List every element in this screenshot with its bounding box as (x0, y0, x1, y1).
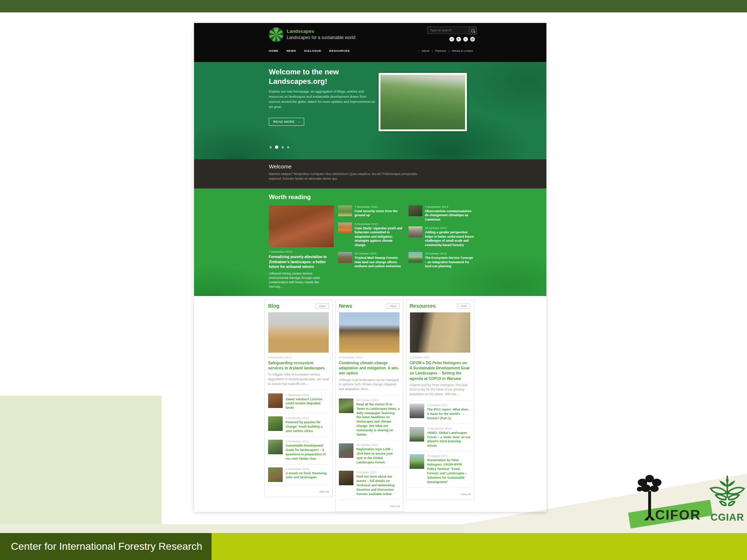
article-date: 8 November 2013 (268, 356, 329, 359)
card-list-item: 9 October 2013Find out more about our ev… (339, 467, 400, 499)
article-date: 4 November 2013 (286, 467, 329, 471)
article-title-link[interactable]: A month on food: Restoring soils and lan… (286, 471, 329, 480)
article-teaser: Although rural landscapes can be managed… (339, 378, 400, 392)
cgiar-wordmark: CGIAR (706, 512, 747, 523)
carousel-dot[interactable] (287, 146, 289, 148)
article-thumbnail (338, 205, 352, 216)
article-title-link[interactable]: VIDEO: Global Landscapes Forum – a 'wide… (427, 431, 471, 448)
article-date: 7 November 2013 (425, 205, 475, 209)
more-button[interactable]: more (457, 303, 471, 309)
article-title-link[interactable]: Tropical Mud Swamp Forests: How land use… (355, 256, 404, 268)
hero-body-text: Explore our new homepage, an aggregation… (269, 89, 378, 110)
more-button[interactable]: more (316, 303, 329, 309)
article-thumbnail (410, 454, 424, 469)
content-card: Resources more 4 October 2013 CIFOR's DG… (406, 300, 474, 500)
article-title-link[interactable]: Read all the stories fit to Tweet in Lan… (356, 402, 400, 437)
brand-name: Landscapes (287, 29, 355, 34)
main-nav-item[interactable]: RESOURCES (329, 49, 350, 52)
secondary-nav-item[interactable]: About (416, 49, 429, 52)
welcome-section: Welcome Maiores natique? Temporibus numq… (194, 159, 546, 188)
hero-banner: Welcome to the new Landscapes.org! Explo… (194, 62, 546, 159)
card-title: Blog (268, 303, 279, 309)
carousel-dot[interactable] (275, 145, 278, 149)
article-title-link[interactable]: Combining climate-change adaptation and … (339, 360, 400, 376)
social-icon[interactable]: r (463, 37, 468, 42)
brand-tagline: Landscapes for a sustainable world (287, 35, 355, 40)
view-all-link[interactable]: View all (319, 490, 329, 493)
main-nav-item[interactable]: NEWS (286, 49, 296, 52)
carousel-dot[interactable] (282, 146, 284, 148)
article-date: 30 October 2013 (356, 398, 400, 402)
article-date: 2 October 2013 (427, 404, 471, 407)
site-brand[interactable]: Landscapes Landscapes for a sustainable … (269, 27, 355, 42)
social-icon[interactable]: @ (470, 37, 475, 42)
presentation-slide: Landscapes Landscapes for a sustainable … (0, 0, 747, 560)
view-all-link[interactable]: View all (390, 505, 400, 508)
article-teaser: Original post by Peter Holmgren: The yea… (410, 383, 471, 397)
article-date: 24 October 2013 (356, 443, 400, 447)
view-all-link[interactable]: View all (461, 493, 471, 496)
search-input[interactable] (427, 27, 469, 34)
article-thumbnail (268, 416, 283, 431)
article-title-link[interactable]: Powered by passion for change: Youth bui… (286, 420, 329, 433)
card-list-item: 30 October 2013Read all the stories fit … (339, 395, 400, 440)
article-date: 7 November 2013 (355, 205, 404, 209)
landscapes-website-screenshot: Landscapes Landscapes for a sustainable … (194, 23, 546, 512)
card-article-list: 7 November 2013Sweet solution? Licorice … (268, 390, 329, 485)
article-thumbnail (339, 398, 353, 413)
article-title-link[interactable]: Formalizing poverty alleviation in Zimba… (269, 254, 334, 269)
article-title-link[interactable]: The Ecosystem Service Concept – an integ… (425, 256, 475, 268)
secondary-nav-item[interactable]: Partners (429, 49, 446, 52)
article-title-link[interactable]: CIFOR's DG Peter Holmgren on: A Sustaina… (410, 360, 471, 381)
card-title: Resources (410, 303, 436, 309)
worth-reading-section: Worth reading 7 November 2013 Formalizin… (194, 188, 546, 296)
article-title-link[interactable]: Registration tops 1,000 – click here to … (356, 447, 400, 465)
article-title-link[interactable]: Observatoires communautaires de changeme… (425, 209, 475, 222)
worth-reading-item: 24 October 2013 Tropical Mud Swamp Fores… (338, 252, 404, 268)
card-list-item: 4 September 2013VIDEO: Global Landscapes… (410, 424, 471, 451)
main-nav-item[interactable]: DIALOGUE (304, 49, 321, 52)
content-columns: Blog more 8 November 2013 Safeguarding e… (264, 300, 546, 512)
article-title-link[interactable]: Sweet solution? Licorice could reclaim d… (286, 397, 329, 411)
cgiar-logo: CGIAR (706, 475, 747, 526)
social-icon[interactable]: t (449, 37, 454, 42)
article-date: 4 September 2013 (427, 427, 471, 430)
article-title-link[interactable]: Presentation by Peter Holmgren, CIFOR-IF… (427, 458, 471, 484)
article-thumbnail (410, 404, 424, 418)
article-thumbnail (338, 252, 352, 263)
article-teaser: Artisanal mining causes serious environm… (269, 271, 332, 289)
footer-text: Center for International Forestry Resear… (11, 541, 202, 552)
featured-article-image (410, 312, 471, 353)
article-title-link[interactable]: Adding a gender perspective helps to bet… (425, 230, 475, 247)
welcome-title: Welcome (269, 163, 546, 170)
article-thumbnail (268, 440, 283, 454)
article-title-link[interactable]: Safeguarding ecosystem services in dryla… (268, 360, 329, 370)
article-title-link[interactable]: Food security starts from the ground up (355, 209, 404, 218)
card-article-list: 2 October 2013The IPCC report: What does… (410, 400, 471, 487)
article-thumbnail (268, 393, 283, 408)
card-list-item: 2 October 2013The IPCC report: What does… (410, 400, 471, 424)
main-nav-item[interactable]: HOME (269, 49, 278, 52)
featured-article-image (269, 205, 334, 247)
cifor-logo: CIFOR (628, 471, 714, 526)
article-title-link[interactable]: Find out more about our events – full de… (356, 475, 400, 496)
article-title-link[interactable]: Sustainable Development Goals for landsc… (286, 444, 329, 461)
card-list-item: 7 November 2013Sweet solution? Licorice … (268, 390, 329, 413)
article-date: 30 October 2013 (425, 226, 475, 230)
card-article-list: 30 October 2013Read all the stories fit … (339, 395, 400, 499)
article-title-link[interactable]: The IPCC report: What does it mean for t… (427, 408, 471, 421)
secondary-nav-item[interactable]: Media & contact (446, 49, 473, 52)
card-list-item: 6 November 2013Powered by passion for ch… (268, 413, 329, 436)
search-button[interactable] (469, 27, 477, 35)
article-date: 6 November 2013 (286, 416, 329, 420)
read-more-button[interactable]: READ MORE› (269, 118, 304, 126)
footer-accent-bar (212, 533, 747, 560)
card-list-item: 29 August 2013Presentation by Peter Holm… (410, 451, 471, 487)
worth-reading-title: Worth reading (269, 194, 546, 201)
article-title-link[interactable]: Case Study: Ugandan youth and fishermen … (355, 226, 404, 247)
article-date: 23 October 2013 (425, 252, 475, 255)
more-button[interactable]: more (386, 303, 400, 309)
carousel-dots (270, 145, 289, 149)
carousel-dot[interactable] (270, 146, 272, 148)
social-icon[interactable]: f (456, 37, 461, 42)
